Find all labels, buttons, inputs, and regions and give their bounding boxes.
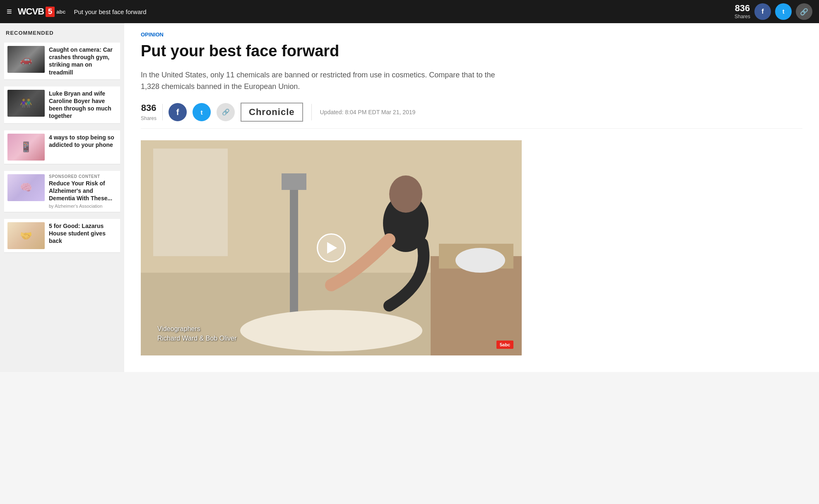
share-count-number: 836 [141,103,157,113]
share-twitter-button[interactable]: t [193,103,211,121]
nav-link-icon: 🔗 [800,8,808,16]
thumb-phone-icon: 📱 [7,134,45,161]
article-title: Put your best face forward [141,42,802,61]
twitter-icon: t [201,109,203,116]
article-category: Opinion [141,31,802,38]
nav-shares-number: 836 [735,4,750,13]
nav-twitter-icon: t [783,8,785,15]
chronicle-badge: Chronicle [241,103,303,122]
sidebar-item-byline-alzheimers: by Alzheimer's Association [49,204,117,209]
logo-abc-text: abc [56,9,65,15]
sidebar-item-title-car-crash: Caught on camera: Car crashes through gy… [49,46,113,76]
page-layout: RECOMMENDED 🚗 Caught on camera: Car cras… [0,23,819,372]
sidebar-item-text-five-good: 5 for Good: Lazarus House student gives … [49,222,117,245]
thumb-good-icon: 🤝 [7,222,45,249]
share-count: 836 Shares [141,103,157,122]
thumb-car-icon: 🚗 [7,46,45,73]
sidebar-item-text-car-crash: Caught on camera: Car crashes through gy… [49,46,117,76]
sidebar-item-title-luke-bryan: Luke Bryan and wife Caroline Boyer have … [49,90,111,120]
share-link-button[interactable]: 🔗 [217,103,235,121]
sidebar-item-text-alzheimers: SPONSORED CONTENT Reduce Your Risk of Al… [49,174,117,209]
sidebar-thumb-luke-bryan: 👫 [7,90,45,117]
nav-shares-label: Shares [735,14,750,19]
video-channel-logo: 5abc [496,341,513,349]
thumb-alz-icon: 🧠 [7,174,45,201]
top-navigation: ≡ WCVB 5 abc Put your best face forward … [0,0,819,23]
sidebar-title: RECOMMENDED [4,30,120,36]
sidebar-item-five-good[interactable]: 🤝 5 for Good: Lazarus House student give… [4,219,120,253]
svg-point-10 [389,175,422,213]
thumb-couple-icon: 👫 [7,90,45,117]
nav-shares-count: 836 Shares [735,4,750,19]
nav-article-title: Put your best face forward [74,8,734,15]
play-triangle-icon [327,242,337,254]
article-description: In the United States, only 11 chemicals … [141,69,513,93]
sidebar: RECOMMENDED 🚗 Caught on camera: Car cras… [0,23,124,372]
svg-point-5 [455,248,505,273]
sidebar-item-title-phone: 4 ways to stop being so addicted to your… [49,134,114,148]
sidebar-sponsored-label: SPONSORED CONTENT [49,174,117,179]
sidebar-thumb-alzheimers: 🧠 [7,174,45,201]
video-player[interactable]: Videographers Richard Ward & Bob Oliver … [141,140,522,355]
sidebar-thumb-car-crash: 🚗 [7,46,45,73]
sidebar-item-phone[interactable]: 📱 4 ways to stop being so addicted to yo… [4,130,120,164]
nav-twitter-button[interactable]: t [775,3,792,20]
svg-point-8 [240,310,422,351]
sidebar-item-text-luke-bryan: Luke Bryan and wife Caroline Boyer have … [49,90,117,120]
sidebar-item-car-crash[interactable]: 🚗 Caught on camera: Car crashes through … [4,43,120,80]
sidebar-item-title-alzheimers: Reduce Your Risk of Alzheimer's and Deme… [49,180,112,202]
video-caption-line1: Videographers [157,325,200,332]
nav-facebook-icon: f [761,8,764,15]
share-count-label: Shares [141,115,157,121]
share-bar-right: Chronicle Updated: 8:04 PM EDT Mar 21, 2… [241,103,415,122]
sidebar-thumb-five-good: 🤝 [7,222,45,249]
share-bar-right-divider [311,104,312,120]
nav-link-button[interactable]: 🔗 [796,3,812,20]
share-facebook-button[interactable]: f [169,103,187,121]
sidebar-thumb-phone: 📱 [7,134,45,161]
nav-right-section: 836 Shares f t 🔗 [735,3,812,20]
nav-facebook-button[interactable]: f [754,3,771,20]
sidebar-item-luke-bryan[interactable]: 👫 Luke Bryan and wife Caroline Boyer hav… [4,86,120,124]
hamburger-menu-icon[interactable]: ≡ [7,6,12,17]
share-bar-divider [162,104,163,120]
sidebar-item-text-phone: 4 ways to stop being so addicted to your… [49,134,117,149]
main-content: Opinion Put your best face forward In th… [124,23,819,372]
svg-rect-2 [153,149,228,256]
article-updated-text: Updated: 8:04 PM EDT Mar 21, 2019 [320,109,416,115]
logo-wcvb-text: WCVB [18,6,44,17]
share-bar: 836 Shares f t 🔗 Chronicle Updated: 8:04… [141,103,802,129]
site-logo: WCVB 5 abc [18,6,66,17]
video-play-button[interactable] [317,233,346,262]
sidebar-item-alzheimers[interactable]: 🧠 SPONSORED CONTENT Reduce Your Risk of … [4,171,120,213]
facebook-icon: f [176,108,179,117]
svg-rect-7 [282,173,306,190]
logo-channel-badge: 5 [46,7,55,17]
link-icon: 🔗 [222,108,230,116]
video-caption-line2: Richard Ward & Bob Oliver [157,335,236,342]
sidebar-item-title-five-good: 5 for Good: Lazarus House student gives … [49,223,106,244]
video-caption: Videographers Richard Ward & Bob Oliver [157,324,236,343]
